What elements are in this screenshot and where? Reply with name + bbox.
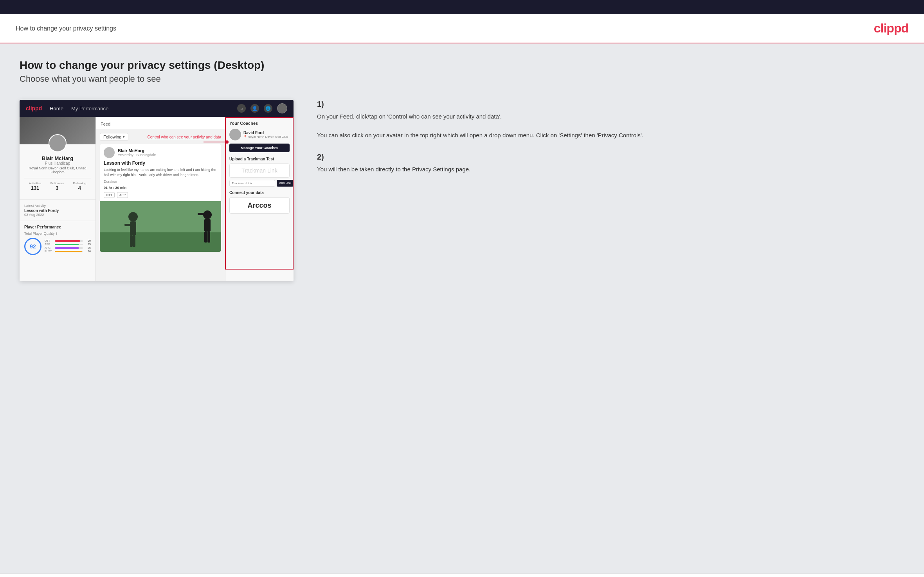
arccos-box: Arccos <box>229 197 290 214</box>
profile-handicap: Plus Handicap <box>24 161 91 165</box>
instruction-1: 1) On your Feed, click/tap on 'Control w… <box>317 100 897 140</box>
connect-title: Connect your data <box>229 191 290 195</box>
right-panel: Your Coaches David Ford 📍 Royal North De… <box>225 117 294 281</box>
latest-activity-label: Latest Activity <box>20 204 95 208</box>
quality-inner: 92 OTT 90 APP <box>24 238 91 255</box>
content-grid: clippd Home My Performance ⌕ 👤 🌐 <box>20 100 904 281</box>
stat-following-value: 4 <box>73 185 86 191</box>
instructions-panel: 1) On your Feed, click/tap on 'Control w… <box>309 100 904 187</box>
screenshot-area: clippd Home My Performance ⌕ 👤 🌐 <box>20 100 294 281</box>
post-header: Blair McHarg Yesterday · Sunningdale <box>100 144 221 160</box>
qbar-app: APP 85 <box>45 243 91 246</box>
feed-tab[interactable]: Feed <box>101 122 110 129</box>
instruction-1-text: On your Feed, click/tap on 'Control who … <box>317 112 897 140</box>
post-body: Looking to feel like my hands are exitin… <box>100 167 221 180</box>
svg-rect-9 <box>198 213 209 215</box>
post-tags: OTT APP <box>100 192 221 201</box>
stat-following-label: Following <box>73 182 86 185</box>
post-image <box>100 201 221 252</box>
post-title: Lesson with Fordy <box>100 160 221 167</box>
quality-bars: OTT 90 APP 85 <box>45 239 91 253</box>
svg-rect-4 <box>124 224 134 226</box>
page-subtitle: Choose what you want people to see <box>20 74 904 84</box>
trackman-input[interactable] <box>229 180 275 187</box>
main-content: How to change your privacy settings (Des… <box>0 43 924 573</box>
person-icon[interactable]: 👤 <box>250 104 259 113</box>
instruction-1-num: 1) <box>317 100 897 109</box>
stat-following: Following 4 <box>73 182 86 191</box>
header: How to change your privacy settings clip… <box>0 14 924 43</box>
qbar-ott: OTT 90 <box>45 239 91 242</box>
page-title: How to change your privacy settings (Des… <box>20 59 904 72</box>
svg-rect-3 <box>130 221 136 235</box>
feed-area: Feed Following ▾ Control who can see you… <box>96 117 225 281</box>
chevron-down-icon: ▾ <box>123 135 125 139</box>
stat-activities-value: 131 <box>29 185 41 191</box>
quality-label: Total Player Quality ℹ <box>24 232 91 235</box>
coach-info: David Ford 📍 Royal North Devon Golf Club <box>243 131 288 138</box>
coach-avatar <box>229 129 241 140</box>
svg-rect-10 <box>204 232 207 243</box>
post-date: Yesterday · Sunningdale <box>118 153 156 157</box>
add-link-button[interactable]: Add Link <box>277 180 294 187</box>
trackman-input-row: Add Link <box>229 180 290 187</box>
stat-activities: Activities 131 <box>29 182 41 191</box>
location-icon: 📍 <box>243 135 247 138</box>
svg-rect-5 <box>130 235 133 247</box>
trackman-placeholder: Trackman Link <box>229 164 290 178</box>
upload-section: Upload a Trackman Test Trackman Link Add… <box>229 157 290 187</box>
player-perf-title: Player Performance <box>24 225 91 229</box>
quality-circle: 92 <box>24 238 41 255</box>
feed-tabbar: Feed <box>96 117 225 130</box>
coach-row: David Ford 📍 Royal North Devon Golf Club <box>229 129 290 140</box>
post-author-info: Blair McHarg Yesterday · Sunningdale <box>118 148 156 157</box>
feed-main: Following ▾ Control who can see your act… <box>96 130 225 281</box>
footer: Copyright Clippd 2022 <box>0 573 924 577</box>
svg-rect-1 <box>100 232 221 252</box>
player-perf-section: Player Performance Total Player Quality … <box>20 221 95 259</box>
coaches-title: Your Coaches <box>229 121 290 126</box>
header-title: How to change your privacy settings <box>16 25 116 32</box>
post-card: Blair McHarg Yesterday · Sunningdale Les… <box>100 144 221 252</box>
svg-rect-11 <box>207 232 210 243</box>
logo: clippd <box>874 21 908 36</box>
post-duration: Duration <box>100 180 221 186</box>
top-bar <box>0 0 924 14</box>
nav-item-performance[interactable]: My Performance <box>71 106 108 111</box>
nav-item-home[interactable]: Home <box>50 106 63 111</box>
manage-coaches-button[interactable]: Manage Your Coaches <box>229 144 290 152</box>
search-icon[interactable]: ⌕ <box>237 104 246 113</box>
coach-name: David Ford <box>243 131 288 135</box>
svg-rect-8 <box>204 219 211 232</box>
post-avatar <box>104 147 115 158</box>
profile-sidebar: Blair McHarg Plus Handicap Royal North D… <box>20 117 96 281</box>
app-nav-logo: clippd <box>26 105 42 111</box>
instruction-2-text: You will then be taken directly to the P… <box>317 165 897 174</box>
latest-activity-title: Lesson with Fordy <box>20 208 95 213</box>
connect-section: Connect your data Arccos <box>229 191 290 214</box>
profile-header-bg <box>20 117 95 144</box>
control-link[interactable]: Control who can see your activity and da… <box>148 135 221 139</box>
svg-rect-6 <box>133 235 135 247</box>
qbar-arg: ARG 86 <box>45 246 91 249</box>
screenshot-wrapper: clippd Home My Performance ⌕ 👤 🌐 <box>20 100 294 281</box>
instruction-2-num: 2) <box>317 153 897 162</box>
app-nav-icons: ⌕ 👤 🌐 <box>237 103 287 113</box>
following-button[interactable]: Following ▾ <box>100 133 128 141</box>
latest-activity-date: 03 Aug 2022 <box>20 213 95 221</box>
profile-name: Blair McHarg <box>24 155 91 161</box>
avatar[interactable] <box>277 103 287 113</box>
upload-title: Upload a Trackman Test <box>229 157 290 161</box>
info-icon: ℹ <box>56 232 57 235</box>
instruction-2: 2) You will then be taken directly to th… <box>317 153 897 174</box>
qbar-putt: PUTT 96 <box>45 250 91 253</box>
app-nav: clippd Home My Performance ⌕ 👤 🌐 <box>20 100 294 117</box>
profile-avatar <box>49 134 67 152</box>
globe-icon[interactable]: 🌐 <box>264 104 272 113</box>
profile-stats: Activities 131 Followers 3 Following 4 <box>24 178 91 191</box>
stat-followers-label: Followers <box>50 182 64 185</box>
app-body: Blair McHarg Plus Handicap Royal North D… <box>20 117 294 281</box>
profile-divider <box>20 200 95 200</box>
following-row: Following ▾ Control who can see your act… <box>100 133 221 141</box>
svg-point-2 <box>128 212 138 221</box>
